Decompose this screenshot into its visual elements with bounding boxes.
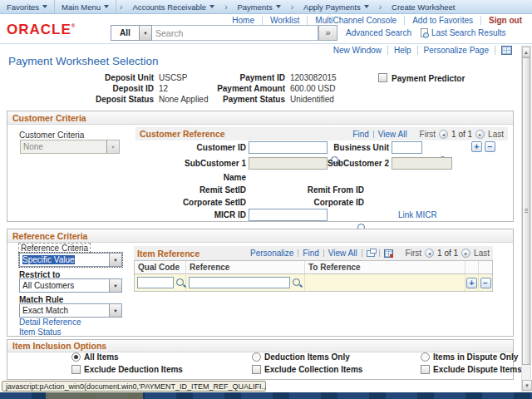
dropdown-arrow-icon — [42, 5, 47, 8]
detail-reference-link[interactable]: Detail Reference — [19, 318, 81, 327]
worklist-link[interactable]: Worklist — [263, 16, 308, 25]
page-action-bar: New Window Help Personalize Page — [328, 46, 512, 55]
pager-next-button[interactable]: ▸ — [461, 249, 470, 258]
item-reference-grid-header: Item Reference Personalize Find View All… — [134, 246, 493, 260]
vertical-scrollbar[interactable]: ▲ ▼ — [521, 46, 531, 392]
search-input[interactable] — [152, 25, 318, 41]
pager-previous-button[interactable]: ◂ — [439, 130, 448, 139]
home-link[interactable]: Home — [224, 16, 263, 25]
delete-row-button[interactable]: − — [485, 141, 495, 152]
deposit-unit-value: USCSP — [159, 73, 187, 82]
corporate-id-label: Corporate ID — [256, 198, 364, 207]
scroll-up-button[interactable]: ▲ — [522, 47, 530, 57]
breadcrumb-item-apply-payments[interactable]: Apply Payments — [297, 0, 376, 13]
deposit-id-value: 12 — [159, 84, 168, 93]
subcustomer1-input — [249, 157, 328, 170]
deduction-items-only-option[interactable]: Deduction Items Only — [252, 352, 350, 362]
personalize-link[interactable]: Personalize — [250, 249, 293, 258]
search-scope-select[interactable]: All ▼ — [111, 25, 152, 41]
delete-row-button[interactable]: − — [480, 278, 491, 288]
exclude-dispute-items-option[interactable]: Exclude Dispute Items — [421, 365, 522, 374]
reference-criteria-value: Specific Value — [22, 255, 75, 264]
all-items-label: All Items — [84, 352, 119, 362]
qual-code-lookup-icon[interactable] — [175, 278, 186, 288]
add-column-header — [466, 261, 479, 273]
match-rule-select[interactable]: Exact Match ▼ — [19, 303, 122, 318]
reference-lookup-icon[interactable] — [292, 278, 303, 288]
breadcrumb-item-main-menu[interactable]: Main Menu — [55, 0, 116, 13]
items-in-dispute-only-radio[interactable] — [421, 352, 430, 362]
personalize-page-link[interactable]: Personalize Page — [418, 46, 495, 55]
all-items-option[interactable]: All Items — [71, 352, 119, 362]
last-search-results-link[interactable]: Last Search Results — [431, 28, 506, 37]
pager-previous-button[interactable]: ◂ — [425, 249, 434, 258]
breadcrumb-item-payments[interactable]: Payments — [230, 0, 287, 13]
exclude-collection-items-option[interactable]: Exclude Collection Items — [252, 365, 362, 374]
help-link[interactable]: Help — [388, 46, 418, 55]
remit-from-id-label: Remit From ID — [256, 185, 364, 195]
qual-code-input[interactable] — [137, 277, 174, 288]
business-unit-label: Business Unit — [323, 143, 389, 152]
business-unit-input[interactable] — [392, 141, 422, 154]
sign-out-link[interactable]: Sign out — [481, 16, 522, 25]
status-url-tooltip: javascript:pAction_win0(document.win0,'P… — [2, 381, 266, 392]
exclude-dispute-items-checkbox[interactable] — [421, 365, 430, 374]
breadcrumb-label: Create Worksheet — [392, 2, 455, 12]
all-items-radio[interactable] — [71, 352, 81, 362]
new-window-link[interactable]: New Window — [328, 46, 388, 55]
pager-count: 1 of 1 — [451, 130, 472, 139]
exclude-collection-items-checkbox[interactable] — [252, 365, 261, 374]
breadcrumb-item-favorites[interactable]: Favorites — [0, 0, 55, 13]
add-to-favorites-link[interactable]: Add to Favorites — [405, 16, 481, 25]
reference-column-header: Reference — [186, 261, 305, 273]
download-to-excel-icon[interactable] — [384, 249, 393, 258]
link-separator — [379, 249, 380, 257]
items-in-dispute-only-option[interactable]: Items in Dispute Only — [421, 352, 518, 362]
search-go-button[interactable]: » — [318, 25, 337, 41]
exclude-deduction-items-checkbox[interactable] — [71, 365, 81, 374]
deduction-items-only-radio[interactable] — [252, 352, 261, 362]
exclude-deduction-items-option[interactable]: Exclude Deduction Items — [71, 365, 183, 374]
deposit-status-value: None Applied — [159, 95, 209, 104]
breadcrumb-label: Main Menu — [62, 2, 101, 12]
multichannel-console-link[interactable]: MultiChannel Console — [308, 16, 405, 25]
breadcrumb-separator-icon: › — [376, 2, 385, 12]
page-layout-icon[interactable] — [501, 46, 512, 55]
deposit-status-label: Deposit Status — [54, 95, 154, 104]
pager-next-button[interactable]: ▸ — [475, 130, 485, 139]
find-link[interactable]: Find — [303, 249, 318, 258]
grid-column-headers: Qual Code Reference To Reference — [134, 260, 493, 274]
find-link[interactable]: Find — [352, 130, 368, 139]
page-title: Payment Worksheet Selection — [8, 55, 159, 67]
advanced-search-link[interactable]: Advanced Search — [346, 28, 411, 37]
customer-id-lookup-icon[interactable] — [330, 155, 341, 166]
breadcrumb-label: Payments — [237, 2, 272, 12]
zoom-grid-icon[interactable] — [367, 250, 375, 257]
select-arrow-icon: ▼ — [109, 279, 121, 292]
breadcrumb-label: Accounts Receivable — [132, 2, 206, 12]
subcustomer1-label: SubCustomer 1 — [138, 159, 246, 168]
add-row-button[interactable]: + — [466, 278, 477, 288]
reference-input[interactable] — [189, 277, 290, 288]
item-reference-title: Item Reference — [137, 249, 200, 259]
breadcrumb-item-create-worksheet[interactable]: Create Worksheet — [385, 0, 461, 13]
scrollbar-thumb[interactable] — [522, 57, 530, 365]
scroll-down-button[interactable]: ▼ — [522, 380, 532, 391]
view-all-link[interactable]: View All — [378, 130, 407, 139]
item-status-link[interactable]: Item Status — [19, 328, 62, 337]
breadcrumb-item-accounts-receivable[interactable]: Accounts Receivable — [126, 0, 221, 13]
link-micr-link[interactable]: Link MICR — [398, 210, 437, 219]
item-inclusion-title: Item Inclusion Options — [12, 341, 106, 351]
header-divider — [0, 43, 532, 44]
payment-predictor-checkbox[interactable] — [378, 73, 387, 82]
oracle-logo-text: ORACLE — [7, 22, 71, 37]
add-row-button[interactable]: + — [471, 141, 482, 152]
to-reference-cell — [305, 274, 466, 291]
header-links: Home Worklist MultiChannel Console Add t… — [224, 16, 522, 25]
reference-criteria-select[interactable]: Specific Value ▼ — [19, 253, 122, 267]
micr-id-input[interactable] — [249, 209, 328, 221]
customer-id-input[interactable] — [249, 141, 328, 154]
name-label: Name — [138, 173, 246, 182]
restrict-to-select[interactable]: All Customers ▼ — [19, 278, 122, 293]
view-all-link[interactable]: View All — [328, 249, 357, 258]
